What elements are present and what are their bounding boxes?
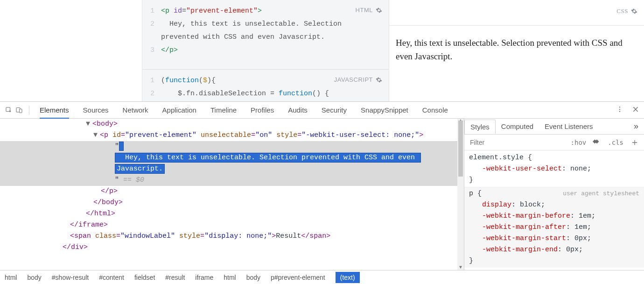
hov-toggle[interactable]: :hov — [571, 139, 587, 146]
css-value: 0px — [566, 246, 579, 254]
crumb-iframe[interactable]: iframe — [195, 274, 213, 281]
breadcrumbs: htmlbody#show-result#contentfieldset#res… — [0, 270, 644, 284]
tab-sources[interactable]: Sources — [83, 102, 109, 118]
crumb--result[interactable]: #result — [165, 274, 185, 281]
scroll-down-icon[interactable]: ▼ — [457, 264, 464, 270]
tab-elements[interactable]: Elements — [40, 102, 69, 119]
dom-token: </span> — [301, 232, 330, 240]
styles-tab-computed[interactable]: Computed — [496, 120, 539, 133]
tab-snappysnippet[interactable]: SnappySnippet — [361, 102, 408, 118]
dom-attr: unselectable — [201, 131, 251, 139]
tab-application[interactable]: Application — [162, 102, 196, 118]
devtools-body: ⋯ ▼<body> ▼<p id="prevent-element" unsel… — [0, 119, 644, 270]
css-prop: -webkit-margin-after — [482, 223, 566, 231]
dom-tree-panel[interactable]: ⋯ ▼<body> ▼<p id="prevent-element" unsel… — [0, 119, 464, 270]
code-token: id — [174, 7, 182, 15]
dom-text: Result — [276, 232, 301, 240]
styles-panel: StylesComputedEvent Listeners» :hov .cls… — [464, 119, 644, 270]
kebab-menu-icon[interactable] — [616, 106, 623, 114]
dom-val: "display: none;" — [204, 232, 272, 240]
crumb-p-prevent-element[interactable]: p#prevent-element — [271, 274, 325, 281]
gear-icon[interactable] — [376, 7, 382, 14]
tab-timeline[interactable]: Timeline — [210, 102, 237, 118]
css-prop: display — [482, 201, 511, 209]
crumb--content[interactable]: #content — [99, 274, 124, 281]
css-value[interactable]: none — [570, 165, 587, 173]
crumb--text-[interactable]: (text) — [336, 272, 360, 283]
svg-rect-2 — [20, 109, 22, 113]
scroll-thumb[interactable] — [458, 121, 463, 177]
css-selector: p { — [469, 190, 482, 198]
crumb--show-result[interactable]: #show-result — [52, 274, 89, 281]
tab-network[interactable]: Network — [123, 102, 148, 118]
css-brace: } — [469, 257, 473, 265]
html-panel-label: HTML — [356, 7, 382, 14]
gear-icon[interactable] — [376, 77, 382, 83]
gear-icon[interactable] — [631, 8, 637, 14]
close-icon[interactable] — [632, 106, 639, 114]
dom-quote: " — [115, 176, 119, 184]
tab-security[interactable]: Security — [322, 102, 347, 118]
panel-label-text: HTML — [356, 7, 373, 14]
js-editor-panel[interactable]: JAVASCRIPT 1(function($){ 2 $.fn.disable… — [142, 69, 389, 101]
cls-toggle[interactable]: .cls — [608, 139, 623, 146]
rhombus-icon[interactable] — [593, 138, 601, 146]
device-toggle-icon[interactable] — [15, 106, 23, 114]
dom-attr: id — [112, 131, 121, 139]
dom-val: "-webkit-user-select: none;" — [301, 131, 419, 139]
dom-token: </iframe> — [70, 221, 108, 229]
css-value: block — [520, 201, 541, 209]
dom-val: "windowLabel" — [120, 232, 175, 240]
crumb-body[interactable]: body — [246, 274, 260, 281]
code-token: "prevent-element" — [186, 7, 258, 15]
code-token: ){ — [207, 77, 216, 85]
crumb-body[interactable]: body — [27, 274, 41, 281]
dom-quote: " — [115, 142, 119, 150]
dom-attr: class — [95, 232, 116, 240]
styles-tab-event-listeners[interactable]: Event Listeners — [539, 120, 598, 133]
dom-token: > — [419, 131, 423, 139]
fiddle-center-column: HTML 1<p id="prevent-element"> 2 Hey, th… — [142, 0, 389, 101]
crumb-fieldset[interactable]: fieldset — [134, 274, 155, 281]
svg-point-5 — [619, 111, 620, 112]
crumb-html[interactable]: html — [5, 274, 17, 281]
js-panel-label: JAVASCRIPT — [334, 76, 382, 83]
crumb-html[interactable]: html — [224, 274, 236, 281]
panel-label-text: CSS — [616, 7, 628, 16]
inspect-icon[interactable] — [5, 106, 13, 114]
styles-filter-input[interactable] — [469, 138, 564, 147]
css-value: 1em — [574, 223, 587, 231]
css-selector: element.style { — [469, 154, 532, 162]
cursor-mark — [119, 142, 124, 151]
code-token: $.fn.disableSelection = — [161, 90, 279, 98]
styles-tab-styles[interactable]: Styles — [464, 120, 496, 134]
css-rules[interactable]: element.style { -webkit-user-select: non… — [464, 150, 644, 270]
code-token: > — [258, 7, 262, 15]
scrollbar[interactable]: ▲ ▼ — [457, 119, 464, 270]
dom-token: </p> — [101, 187, 118, 195]
tab-profiles[interactable]: Profiles — [251, 102, 274, 118]
tab-audits[interactable]: Audits — [288, 102, 308, 118]
svg-point-3 — [619, 106, 620, 107]
code-token: = — [182, 7, 186, 15]
css-prop: -webkit-margin-before — [482, 212, 570, 220]
fiddle-area: HTML 1<p id="prevent-element"> 2 Hey, th… — [0, 0, 644, 102]
panel-label-text: JAVASCRIPT — [334, 76, 373, 83]
dom-token: </html> — [86, 210, 115, 218]
dom-token: </body> — [93, 199, 123, 206]
code-token: $ — [203, 77, 207, 85]
selected-dom-node[interactable]: " Hey, this text is unselectable. Select… — [0, 141, 457, 186]
dom-selected-text: Hey, this text is unselectable. Selectio… — [115, 153, 421, 174]
css-prop[interactable]: -webkit-user-select — [482, 165, 562, 173]
code-token: function — [279, 90, 312, 98]
add-rule-icon[interactable]: ＋ — [630, 136, 639, 149]
divider — [389, 25, 644, 26]
code-text: Hey, this text is unselectable. Selectio… — [161, 18, 389, 44]
tab-console[interactable]: Console — [422, 102, 448, 118]
result-panel: CSS Hey, this text is unselectable. Sele… — [389, 0, 644, 101]
dom-val: "on" — [255, 131, 272, 139]
html-code: 1<p id="prevent-element"> 2 Hey, this te… — [142, 0, 389, 57]
html-editor-panel[interactable]: HTML 1<p id="prevent-element"> 2 Hey, th… — [142, 0, 389, 69]
more-tabs-icon[interactable]: » — [628, 121, 644, 131]
dom-dollar0: == $0 — [119, 176, 144, 184]
